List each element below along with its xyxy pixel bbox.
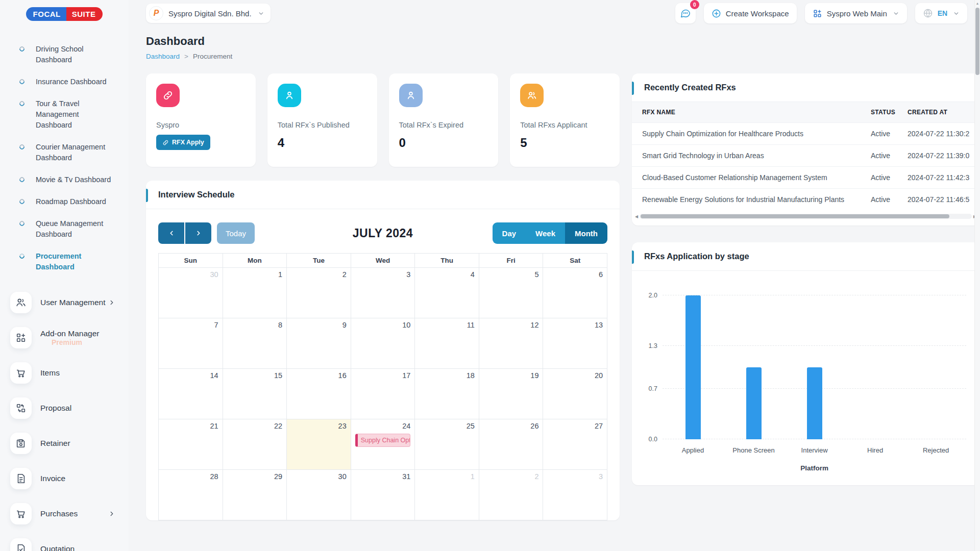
page-vertical-scrollbar[interactable]: ▲	[974, 0, 980, 551]
table-horizontal-scrollbar[interactable]: ◀ ▶	[635, 213, 976, 219]
calendar-today-button[interactable]: Today	[217, 222, 255, 244]
table-row[interactable]: Supply Chain Optimization for Healthcare…	[632, 122, 979, 144]
sidebar-item-retainer[interactable]: Retainer	[0, 429, 129, 458]
sidebar-item-quotation[interactable]: Quotation	[0, 535, 129, 551]
calendar-day-cell[interactable]: 28	[159, 470, 223, 520]
calendar-day-cell[interactable]: 3	[351, 268, 415, 318]
sidebar-item-purchases[interactable]: Purchases	[0, 499, 129, 528]
calendar-day-cell[interactable]: 24Supply Chain Opt	[351, 419, 415, 470]
calendar-day-cell[interactable]: 18	[415, 369, 479, 419]
notifications-button[interactable]: 0	[675, 3, 696, 23]
calendar-day-cell[interactable]: 20	[543, 369, 607, 419]
calendar-day-cell[interactable]: 30	[159, 268, 223, 318]
chart-bar-column	[663, 290, 723, 439]
calendar-day-cell[interactable]: 23	[287, 419, 351, 470]
scrollbar-thumb[interactable]	[641, 214, 949, 218]
x-axis-category-label: Interview	[784, 446, 845, 454]
chart-bar-column	[845, 290, 905, 439]
sidebar-item-procurement-dashboard[interactable]: Procurement Dashboard	[0, 245, 129, 278]
sidebar-item-roadmap-dashboard[interactable]: Roadmap Dashboard	[0, 191, 129, 213]
sidebar-item-invoice[interactable]: Invoice	[0, 464, 129, 493]
language-selector[interactable]: EN	[915, 3, 967, 23]
dashboard-dot-icon	[18, 220, 26, 227]
table-row[interactable]: Smart Grid Technology in Urban AreasActi…	[632, 144, 979, 166]
sidebar-item-insurance-dashboard[interactable]: Insurance Dashboard	[0, 71, 129, 93]
day-number: 19	[483, 371, 539, 380]
calendar-next-button[interactable]	[185, 222, 211, 244]
calendar-day-cell[interactable]: 21	[159, 419, 223, 470]
stat-card-title: Total RFx`s Published	[278, 121, 367, 129]
workspace-selector[interactable]: P Syspro Digital Sdn. Bhd.	[146, 4, 271, 23]
scrollbar-track[interactable]	[640, 214, 972, 219]
calendar-day-cell[interactable]: 27	[543, 419, 607, 470]
calendar-day-cell[interactable]: 14	[159, 369, 223, 419]
day-number: 4	[419, 270, 475, 279]
calendar-day-cell[interactable]: 19	[479, 369, 544, 419]
module-label-text: Purchases	[40, 509, 78, 518]
sidebar-item-items[interactable]: Items	[0, 359, 129, 387]
calendar-day-cell[interactable]: 8	[223, 318, 287, 369]
bar-chart: 0.00.71.32.0 AppliedPhone ScreenIntervie…	[632, 271, 979, 485]
day-number: 29	[227, 472, 283, 481]
calendar-day-cell[interactable]: 25	[415, 419, 479, 470]
day-number: 22	[227, 422, 283, 430]
sidebar-item-tour-travel-management-dashboard[interactable]: Tour & Travel Management Dashboard	[0, 93, 129, 136]
calendar-day-cell[interactable]: 1	[415, 470, 479, 520]
calendar-day-cell[interactable]: 30	[287, 470, 351, 520]
calendar-day-cell[interactable]: 26	[479, 419, 544, 470]
calendar-day-cell[interactable]: 6	[543, 268, 607, 318]
breadcrumb-home-link[interactable]: Dashboard	[146, 53, 180, 60]
sidebar-item-add-on-manager[interactable]: Add-on ManagerPremium	[0, 323, 129, 352]
rfx-apply-button[interactable]: RFX Apply	[156, 135, 210, 150]
column-header-created-at: CREATED AT	[908, 109, 969, 116]
app-selector[interactable]: Syspro Web Main	[805, 3, 907, 23]
calendar-week-row: 28293031123	[159, 470, 607, 520]
calendar-day-cell[interactable]: 31	[351, 470, 415, 520]
sidebar-item-proposal[interactable]: Proposal	[0, 394, 129, 422]
calendar-day-cell[interactable]: 16	[287, 369, 351, 419]
column-header-rfx-name: RFX NAME	[642, 109, 871, 116]
sidebar-item-label: Retainer	[40, 439, 118, 448]
table-row[interactable]: Renewable Energy Solutions for Industria…	[632, 188, 979, 210]
module-label-text: Quotation	[40, 544, 75, 551]
calendar-day-cell[interactable]: 12	[479, 318, 544, 369]
table-row[interactable]: Cloud-Based Customer Relationship Manage…	[632, 166, 979, 188]
calendar-day-cell[interactable]: 13	[543, 318, 607, 369]
calendar-day-cell[interactable]: 4	[415, 268, 479, 318]
stat-card-title: Syspro	[156, 121, 246, 129]
calendar-view-day[interactable]: Day	[493, 222, 526, 244]
sidebar-item-movie-tv-dashboard[interactable]: Movie & Tv Dashboard	[0, 169, 129, 191]
calendar-day-cell[interactable]: 2	[287, 268, 351, 318]
day-number: 27	[547, 422, 603, 430]
sidebar-item-queue-management-dashboard[interactable]: Queue Management Dashboard	[0, 213, 129, 245]
calendar-view-month[interactable]: Month	[565, 222, 607, 244]
calendar-day-cell[interactable]: 15	[223, 369, 287, 419]
calendar-day-cell[interactable]: 5	[479, 268, 544, 318]
sidebar-item-courier-management-dashboard[interactable]: Courier Management Dashboard	[0, 136, 129, 169]
sidebar-item-label: User Management	[40, 298, 108, 307]
sidebar-item-label: Courier Management Dashboard	[36, 143, 105, 162]
scroll-left-arrow-icon[interactable]: ◀	[635, 214, 638, 219]
calendar-prev-button[interactable]	[158, 222, 184, 244]
day-number: 1	[419, 472, 475, 481]
rfx-status-cell: Active	[871, 195, 908, 204]
create-workspace-button[interactable]: Create Workspace	[704, 3, 797, 23]
calendar-event[interactable]: Supply Chain Opt	[355, 434, 411, 447]
calendar-day-cell[interactable]: 10	[351, 318, 415, 369]
calendar-day-cell[interactable]: 9	[287, 318, 351, 369]
calendar-day-cell[interactable]: 29	[223, 470, 287, 520]
sidebar-item-driving-school-dashboard[interactable]: Driving School Dashboard	[0, 38, 129, 71]
calendar-view-week[interactable]: Week	[526, 222, 565, 244]
calendar-day-cell[interactable]: 22	[223, 419, 287, 470]
calendar-day-cell[interactable]: 3	[543, 470, 607, 520]
page-scrollbar-thumb[interactable]	[975, 8, 979, 75]
scroll-up-arrow-icon[interactable]: ▲	[975, 2, 980, 5]
calendar-day-cell[interactable]: 11	[415, 318, 479, 369]
calendar-day-cell[interactable]: 1	[223, 268, 287, 318]
calendar-day-cell[interactable]: 2	[479, 470, 544, 520]
calendar-day-cell[interactable]: 7	[159, 318, 223, 369]
calendar-day-cell[interactable]: 17	[351, 369, 415, 419]
stat-card-title: Total RFxs Applicant	[520, 121, 609, 129]
sidebar-item-user-management[interactable]: User Management	[0, 288, 129, 317]
focal-suite-logo[interactable]: FOCAL SUITE	[0, 7, 129, 21]
